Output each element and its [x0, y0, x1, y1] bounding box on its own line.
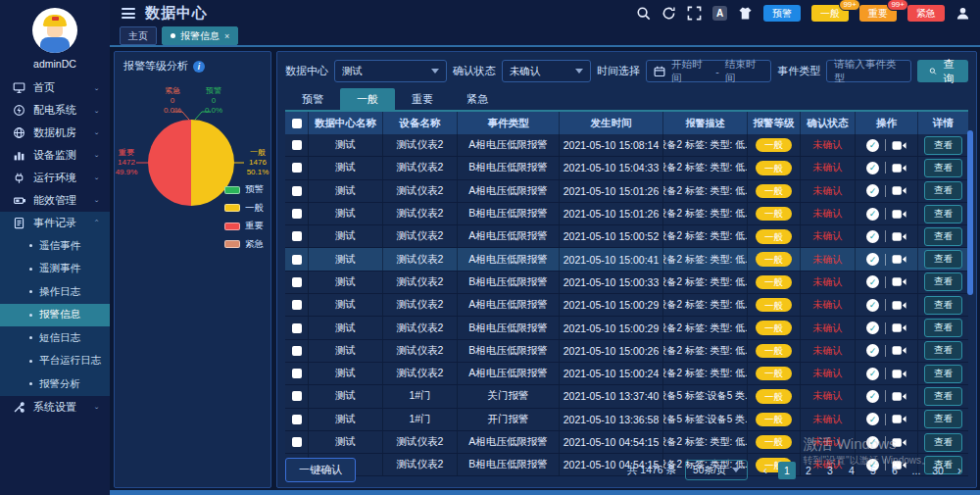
breadcrumb-home[interactable]: 主页 [120, 26, 157, 45]
camera-icon[interactable] [892, 300, 906, 311]
status-select[interactable]: 未确认 [502, 60, 591, 82]
view-button[interactable]: 查看 [924, 227, 962, 246]
row-checkbox[interactable] [292, 231, 302, 241]
legend-item-一般[interactable]: 一般 [224, 202, 264, 215]
search-button[interactable]: 查询 [917, 60, 968, 82]
view-button[interactable]: 查看 [924, 205, 962, 223]
sidebar-item-报警分析[interactable]: 报警分析 [0, 372, 110, 396]
tab-一般[interactable]: 一般 [340, 88, 395, 110]
view-button[interactable]: 查看 [924, 341, 962, 360]
row-checkbox[interactable] [292, 437, 302, 447]
row-checkbox[interactable] [292, 255, 302, 265]
camera-icon[interactable] [892, 231, 906, 242]
view-button[interactable]: 查看 [924, 136, 962, 155]
confirm-all-button[interactable]: 一键确认 [285, 458, 356, 482]
confirm-check-icon[interactable]: ✓ [866, 322, 879, 334]
view-button[interactable]: 查看 [924, 272, 962, 291]
page-button-30[interactable]: 30 [929, 462, 947, 479]
camera-icon[interactable] [892, 391, 906, 402]
table-scrollbar[interactable] [967, 130, 973, 295]
sidebar-item-报警信息[interactable]: 报警信息 [0, 304, 110, 327]
confirm-check-icon[interactable]: ✓ [866, 413, 879, 425]
row-checkbox[interactable] [292, 163, 302, 173]
next-page-button[interactable]: › [951, 462, 968, 479]
camera-icon[interactable] [892, 369, 906, 379]
row-checkbox[interactable] [292, 391, 302, 401]
confirm-check-icon[interactable]: ✓ [866, 184, 879, 197]
legend-item-预警[interactable]: 预警 [224, 183, 264, 196]
view-button[interactable]: 查看 [924, 250, 962, 269]
legend-item-重要[interactable]: 重要 [224, 220, 264, 232]
table-row[interactable]: 测试测试仪表2B相电压低限报警2021-05-10 15:04:33设备2 标签… [285, 157, 968, 179]
sidebar-item-配电系统[interactable]: 配电系统⌄ [0, 99, 110, 122]
sidebar-item-事件记录[interactable]: 事件记录⌃ [0, 212, 110, 234]
view-button[interactable]: 查看 [924, 433, 962, 452]
row-checkbox[interactable] [292, 186, 302, 196]
confirm-check-icon[interactable]: ✓ [866, 208, 879, 221]
page-button-5[interactable]: 5 [864, 462, 882, 479]
tab-重要[interactable]: 重要 [395, 88, 450, 110]
alarm-badge-一般[interactable]: 一般99+ [811, 5, 849, 22]
sidebar-item-平台运行日志[interactable]: 平台运行日志 [0, 350, 110, 373]
table-row[interactable]: 测试测试仪表2B相电压低限报警2021-05-10 15:00:26设备2 标签… [285, 340, 968, 363]
view-button[interactable]: 查看 [924, 410, 962, 428]
view-button[interactable]: 查看 [924, 159, 962, 177]
fullscreen-icon[interactable] [687, 6, 702, 21]
sidebar-item-遥测事件[interactable]: 遥测事件 [0, 258, 110, 281]
sidebar-item-短信日志[interactable]: 短信日志 [0, 326, 110, 350]
info-icon[interactable]: i [193, 61, 205, 73]
sidebar-item-操作日志[interactable]: 操作日志 [0, 280, 110, 304]
view-button[interactable]: 查看 [924, 296, 962, 315]
select-all-checkbox[interactable] [292, 119, 302, 128]
row-checkbox[interactable] [292, 323, 302, 333]
event-type-input[interactable]: 请输入事件类型 [826, 60, 911, 82]
sidebar-item-设备监测[interactable]: 设备监测⌄ [0, 144, 110, 167]
page-button-6[interactable]: 6 [886, 462, 904, 479]
theme-icon[interactable] [738, 6, 753, 21]
sidebar-item-首页[interactable]: 首页⌄ [0, 76, 110, 99]
row-checkbox[interactable] [292, 140, 302, 150]
table-row[interactable]: 测试测试仪表2A相电压低限报警2021-05-10 15:00:52设备2 标签… [285, 225, 968, 248]
camera-icon[interactable] [892, 185, 906, 196]
table-row[interactable]: 测试测试仪表2B相电压低限报警2021-05-10 15:00:33设备2 标签… [285, 272, 968, 294]
view-button[interactable]: 查看 [924, 365, 962, 383]
alarm-badge-预警[interactable]: 预警 [763, 5, 801, 22]
confirm-check-icon[interactable]: ✓ [866, 390, 879, 403]
camera-icon[interactable] [892, 345, 906, 356]
hamburger-menu-icon[interactable] [122, 6, 135, 22]
row-checkbox[interactable] [292, 415, 302, 424]
table-row[interactable]: 测试测试仪表2B相电压低限报警2021-05-10 15:00:29设备2 标签… [285, 317, 968, 339]
date-range-picker[interactable]: 开始时间 - 结束时间 [646, 60, 771, 82]
confirm-check-icon[interactable]: ✓ [866, 253, 879, 266]
tab-紧急[interactable]: 紧急 [450, 88, 505, 110]
camera-icon[interactable] [892, 163, 906, 173]
table-row[interactable]: 测试测试仪表2A相电压低限报警2021-05-10 15:00:41设备2 标签… [285, 248, 968, 271]
row-checkbox[interactable] [292, 209, 302, 219]
breadcrumb-tab-alarm-info[interactable]: 报警信息 × [162, 26, 238, 45]
sidebar-item-遥信事件[interactable]: 遥信事件 [0, 234, 110, 258]
confirm-check-icon[interactable]: ✓ [866, 139, 879, 152]
camera-icon[interactable] [892, 414, 906, 424]
row-checkbox[interactable] [292, 277, 302, 287]
camera-icon[interactable] [892, 322, 906, 333]
table-row[interactable]: 测试测试仪表2A相电压低限报警2021-05-10 15:08:14设备2 标签… [285, 134, 968, 157]
row-checkbox[interactable] [292, 300, 302, 310]
prev-page-button[interactable]: ‹ [757, 462, 774, 479]
row-checkbox[interactable] [292, 346, 302, 356]
confirm-check-icon[interactable]: ✓ [866, 368, 879, 380]
table-row[interactable]: 测试测试仪表2A相电压低限报警2021-05-10 15:00:29设备2 标签… [285, 294, 968, 317]
page-button-1[interactable]: 1 [778, 462, 796, 479]
user-profile[interactable]: adminDC [0, 0, 110, 71]
camera-icon[interactable] [892, 276, 906, 287]
confirm-check-icon[interactable]: ✓ [866, 275, 879, 288]
translate-icon[interactable]: A [712, 6, 727, 21]
camera-icon[interactable] [892, 209, 906, 220]
page-button-2[interactable]: 2 [800, 462, 817, 479]
confirm-check-icon[interactable]: ✓ [866, 230, 879, 243]
sidebar-item-能效管理[interactable]: 能效管理⌄ [0, 189, 110, 212]
sidebar-item-运行环境[interactable]: 运行环境⌄ [0, 167, 110, 189]
table-row[interactable]: 测试测试仪表2A相电压低限报警2021-05-10 04:54:15设备2 标签… [285, 431, 968, 454]
alarm-badge-紧急[interactable]: 紧急 [907, 5, 945, 22]
view-button[interactable]: 查看 [924, 387, 962, 406]
camera-icon[interactable] [892, 437, 906, 448]
